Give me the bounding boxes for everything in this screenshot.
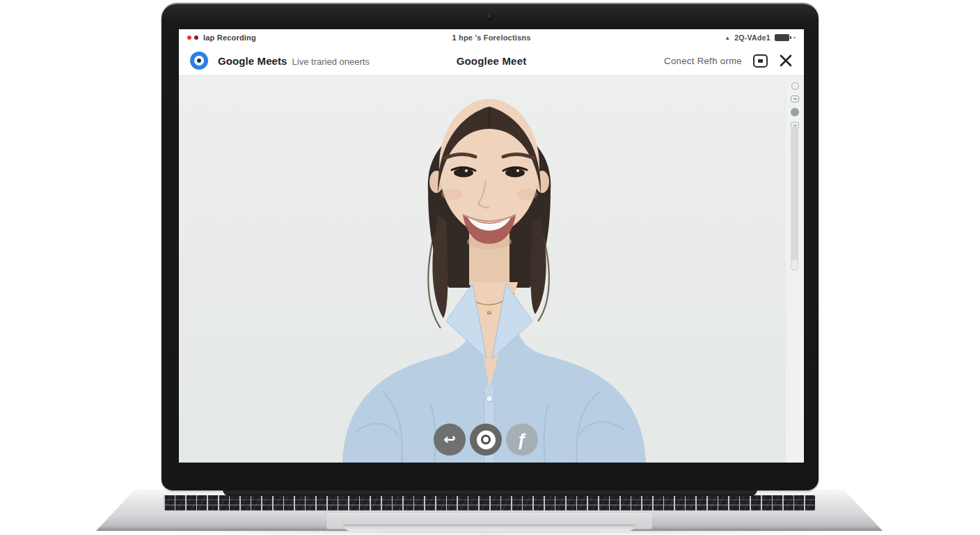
record-button[interactable]	[470, 424, 502, 456]
panel-tool-icon[interactable]	[791, 95, 799, 102]
screen: lap Recording 1 hpe 's Foreloctisns ▲ 2Q…	[179, 29, 804, 463]
participant-video	[262, 76, 708, 463]
battery-icon	[775, 34, 789, 41]
dash	[793, 98, 797, 100]
recording-dot-icon	[187, 36, 191, 40]
app-header: Google Meets Live traried oneerts Google…	[179, 46, 804, 76]
scrollbar-thumb[interactable]	[791, 259, 798, 270]
filled-dot-icon[interactable]	[791, 108, 799, 116]
window-title: Googlee Meet	[457, 55, 527, 67]
menubar: lap Recording 1 hpe 's Foreloctisns ▲ 2Q…	[179, 29, 804, 46]
warning-triangle-icon: ▲	[725, 35, 730, 41]
battery-level-dash	[793, 37, 796, 38]
close-icon[interactable]	[779, 54, 793, 68]
app-subtitle: Live traried oneerts	[292, 56, 370, 67]
laptop-mockup: lap Recording 1 hpe 's Foreloctisns ▲ 2Q…	[0, 0, 980, 535]
circle-tool-icon[interactable]	[791, 82, 799, 90]
laptop-lid: lap Recording 1 hpe 's Foreloctisns ▲ 2Q…	[161, 3, 819, 490]
laptop-lid-notch	[343, 525, 635, 531]
connection-status-label: Conect Refh orme	[664, 56, 742, 66]
call-controls: ↩ ƒ	[434, 424, 538, 456]
pin-button[interactable]: ƒ	[506, 424, 538, 456]
app-title-group: Google Meets Live traried oneerts	[218, 55, 370, 67]
pin-icon: ƒ	[517, 431, 527, 449]
webcam-icon	[487, 14, 493, 20]
app-title: Google Meets	[218, 55, 287, 67]
logo-ring	[194, 56, 204, 65]
scrollbar[interactable]	[791, 126, 798, 271]
hang-up-button[interactable]: ↩	[434, 424, 466, 456]
hang-up-icon: ↩	[443, 432, 456, 447]
record-ring	[481, 435, 491, 444]
device-code: 2Q-VAde1	[734, 33, 770, 42]
menubar-status-group: ▲ 2Q-VAde1	[725, 33, 796, 42]
recording-label: lap Recording	[203, 33, 256, 42]
picture-in-picture-icon[interactable]	[753, 54, 768, 68]
google-meet-logo-icon	[190, 52, 208, 70]
recording-dot-icon	[194, 36, 198, 40]
record-icon	[477, 431, 496, 449]
video-feed: ↩ ƒ	[179, 76, 804, 463]
menubar-center-status: 1 hpe 's Foreloctisns	[452, 33, 530, 42]
pip-dot	[758, 59, 763, 63]
header-right-group: Conect Refh orme	[664, 54, 793, 68]
laptop-keyboard	[164, 495, 815, 511]
